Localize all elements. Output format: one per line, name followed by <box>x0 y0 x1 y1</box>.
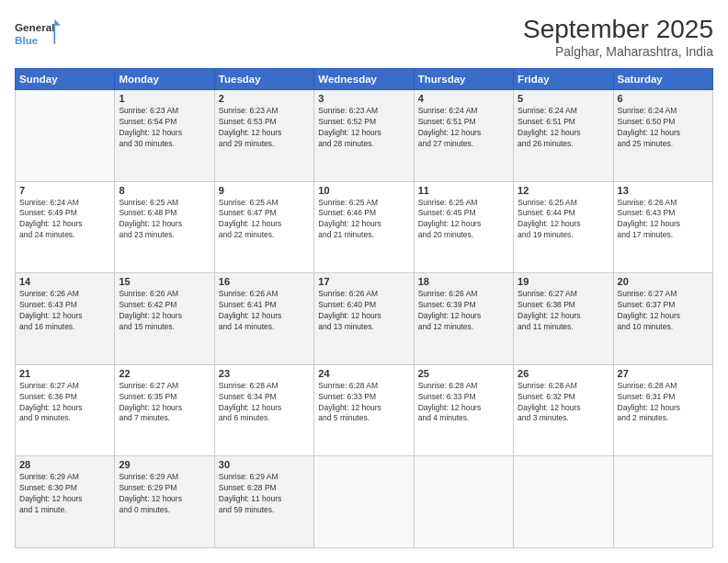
header: General Blue September 2025 Palghar, Mah… <box>15 15 713 59</box>
day-number: 13 <box>618 185 709 196</box>
day-number: 10 <box>318 185 409 196</box>
day-info: Sunrise: 6:26 AMSunset: 6:42 PMDaylight:… <box>119 289 210 333</box>
day-number: 16 <box>219 276 310 287</box>
calendar-cell <box>514 456 613 548</box>
day-number: 26 <box>518 368 609 379</box>
svg-text:Blue: Blue <box>15 34 39 46</box>
day-number: 28 <box>19 459 110 470</box>
day-number: 21 <box>19 368 110 379</box>
logo: General Blue <box>15 15 61 52</box>
day-info: Sunrise: 6:26 AMSunset: 6:43 PMDaylight:… <box>19 289 110 333</box>
day-info: Sunrise: 6:23 AMSunset: 6:52 PMDaylight:… <box>318 106 409 150</box>
col-header-saturday: Saturday <box>613 69 712 90</box>
title-block: September 2025 Palghar, Maharashtra, Ind… <box>523 15 713 59</box>
day-number: 4 <box>418 93 509 104</box>
calendar-cell: 13Sunrise: 6:26 AMSunset: 6:43 PMDayligh… <box>613 181 712 273</box>
day-number: 24 <box>318 368 409 379</box>
col-header-monday: Monday <box>115 69 214 90</box>
day-info: Sunrise: 6:24 AMSunset: 6:50 PMDaylight:… <box>618 106 709 150</box>
day-info: Sunrise: 6:29 AMSunset: 6:28 PMDaylight:… <box>219 472 310 516</box>
subtitle: Palghar, Maharashtra, India <box>523 44 713 59</box>
day-number: 2 <box>219 93 310 104</box>
day-info: Sunrise: 6:26 AMSunset: 6:39 PMDaylight:… <box>418 289 509 333</box>
day-number: 22 <box>119 368 210 379</box>
day-number: 8 <box>119 185 210 196</box>
calendar-cell: 27Sunrise: 6:28 AMSunset: 6:31 PMDayligh… <box>613 364 712 456</box>
calendar-cell <box>314 456 414 548</box>
day-info: Sunrise: 6:24 AMSunset: 6:49 PMDaylight:… <box>19 198 110 242</box>
day-info: Sunrise: 6:28 AMSunset: 6:34 PMDaylight:… <box>219 381 310 425</box>
calendar-cell: 26Sunrise: 6:28 AMSunset: 6:32 PMDayligh… <box>514 364 613 456</box>
day-info: Sunrise: 6:28 AMSunset: 6:33 PMDaylight:… <box>318 381 409 425</box>
calendar-cell: 23Sunrise: 6:28 AMSunset: 6:34 PMDayligh… <box>214 364 313 456</box>
calendar-cell: 19Sunrise: 6:27 AMSunset: 6:38 PMDayligh… <box>514 273 613 365</box>
day-info: Sunrise: 6:27 AMSunset: 6:37 PMDaylight:… <box>618 289 709 333</box>
day-number: 29 <box>119 459 210 470</box>
day-info: Sunrise: 6:25 AMSunset: 6:48 PMDaylight:… <box>119 198 210 242</box>
day-info: Sunrise: 6:28 AMSunset: 6:31 PMDaylight:… <box>618 381 709 425</box>
calendar-cell: 10Sunrise: 6:25 AMSunset: 6:46 PMDayligh… <box>314 181 414 273</box>
calendar-week-row: 1Sunrise: 6:23 AMSunset: 6:54 PMDaylight… <box>16 90 713 182</box>
calendar-cell: 9Sunrise: 6:25 AMSunset: 6:47 PMDaylight… <box>214 181 313 273</box>
day-info: Sunrise: 6:29 AMSunset: 6:30 PMDaylight:… <box>19 472 110 516</box>
calendar-cell: 8Sunrise: 6:25 AMSunset: 6:48 PMDaylight… <box>115 181 214 273</box>
day-number: 9 <box>219 185 310 196</box>
calendar: SundayMondayTuesdayWednesdayThursdayFrid… <box>15 68 713 548</box>
calendar-cell <box>414 456 513 548</box>
calendar-cell: 5Sunrise: 6:24 AMSunset: 6:51 PMDaylight… <box>514 90 613 182</box>
day-number: 5 <box>518 93 609 104</box>
day-number: 12 <box>518 185 609 196</box>
day-number: 11 <box>418 185 509 196</box>
calendar-cell: 20Sunrise: 6:27 AMSunset: 6:37 PMDayligh… <box>613 273 712 365</box>
day-number: 18 <box>418 276 509 287</box>
day-number: 15 <box>119 276 210 287</box>
calendar-cell <box>613 456 712 548</box>
calendar-header-row: SundayMondayTuesdayWednesdayThursdayFrid… <box>16 69 713 90</box>
day-number: 6 <box>618 93 709 104</box>
day-info: Sunrise: 6:27 AMSunset: 6:35 PMDaylight:… <box>119 381 210 425</box>
day-info: Sunrise: 6:28 AMSunset: 6:33 PMDaylight:… <box>418 381 509 425</box>
day-number: 7 <box>19 185 110 196</box>
calendar-cell: 7Sunrise: 6:24 AMSunset: 6:49 PMDaylight… <box>16 181 115 273</box>
calendar-week-row: 7Sunrise: 6:24 AMSunset: 6:49 PMDaylight… <box>16 181 713 273</box>
calendar-cell: 6Sunrise: 6:24 AMSunset: 6:50 PMDaylight… <box>613 90 712 182</box>
day-number: 3 <box>318 93 409 104</box>
calendar-cell: 4Sunrise: 6:24 AMSunset: 6:51 PMDaylight… <box>414 90 513 182</box>
calendar-cell: 29Sunrise: 6:29 AMSunset: 6:29 PMDayligh… <box>115 456 214 548</box>
calendar-cell: 21Sunrise: 6:27 AMSunset: 6:36 PMDayligh… <box>16 364 115 456</box>
day-info: Sunrise: 6:28 AMSunset: 6:32 PMDaylight:… <box>518 381 609 425</box>
calendar-cell: 30Sunrise: 6:29 AMSunset: 6:28 PMDayligh… <box>214 456 313 548</box>
logo-svg: General Blue <box>15 15 61 52</box>
calendar-cell: 2Sunrise: 6:23 AMSunset: 6:53 PMDaylight… <box>214 90 313 182</box>
calendar-cell: 17Sunrise: 6:26 AMSunset: 6:40 PMDayligh… <box>314 273 414 365</box>
day-info: Sunrise: 6:26 AMSunset: 6:40 PMDaylight:… <box>318 289 409 333</box>
day-info: Sunrise: 6:23 AMSunset: 6:53 PMDaylight:… <box>219 106 310 150</box>
day-info: Sunrise: 6:27 AMSunset: 6:38 PMDaylight:… <box>518 289 609 333</box>
calendar-cell: 22Sunrise: 6:27 AMSunset: 6:35 PMDayligh… <box>115 364 214 456</box>
calendar-cell: 12Sunrise: 6:25 AMSunset: 6:44 PMDayligh… <box>514 181 613 273</box>
day-info: Sunrise: 6:27 AMSunset: 6:36 PMDaylight:… <box>19 381 110 425</box>
day-info: Sunrise: 6:29 AMSunset: 6:29 PMDaylight:… <box>119 472 210 516</box>
day-number: 1 <box>119 93 210 104</box>
day-info: Sunrise: 6:25 AMSunset: 6:44 PMDaylight:… <box>518 198 609 242</box>
calendar-cell: 1Sunrise: 6:23 AMSunset: 6:54 PMDaylight… <box>115 90 214 182</box>
day-number: 23 <box>219 368 310 379</box>
day-info: Sunrise: 6:24 AMSunset: 6:51 PMDaylight:… <box>518 106 609 150</box>
calendar-cell: 15Sunrise: 6:26 AMSunset: 6:42 PMDayligh… <box>115 273 214 365</box>
calendar-cell: 14Sunrise: 6:26 AMSunset: 6:43 PMDayligh… <box>16 273 115 365</box>
day-number: 25 <box>418 368 509 379</box>
calendar-week-row: 14Sunrise: 6:26 AMSunset: 6:43 PMDayligh… <box>16 273 713 365</box>
calendar-cell: 18Sunrise: 6:26 AMSunset: 6:39 PMDayligh… <box>414 273 513 365</box>
calendar-week-row: 28Sunrise: 6:29 AMSunset: 6:30 PMDayligh… <box>16 456 713 548</box>
day-number: 20 <box>618 276 709 287</box>
col-header-tuesday: Tuesday <box>214 69 313 90</box>
day-info: Sunrise: 6:24 AMSunset: 6:51 PMDaylight:… <box>418 106 509 150</box>
day-number: 19 <box>518 276 609 287</box>
day-number: 30 <box>219 459 310 470</box>
calendar-cell: 3Sunrise: 6:23 AMSunset: 6:52 PMDaylight… <box>314 90 414 182</box>
col-header-wednesday: Wednesday <box>314 69 414 90</box>
calendar-cell: 28Sunrise: 6:29 AMSunset: 6:30 PMDayligh… <box>16 456 115 548</box>
calendar-cell: 11Sunrise: 6:25 AMSunset: 6:45 PMDayligh… <box>414 181 513 273</box>
day-number: 14 <box>19 276 110 287</box>
calendar-cell: 16Sunrise: 6:26 AMSunset: 6:41 PMDayligh… <box>214 273 313 365</box>
